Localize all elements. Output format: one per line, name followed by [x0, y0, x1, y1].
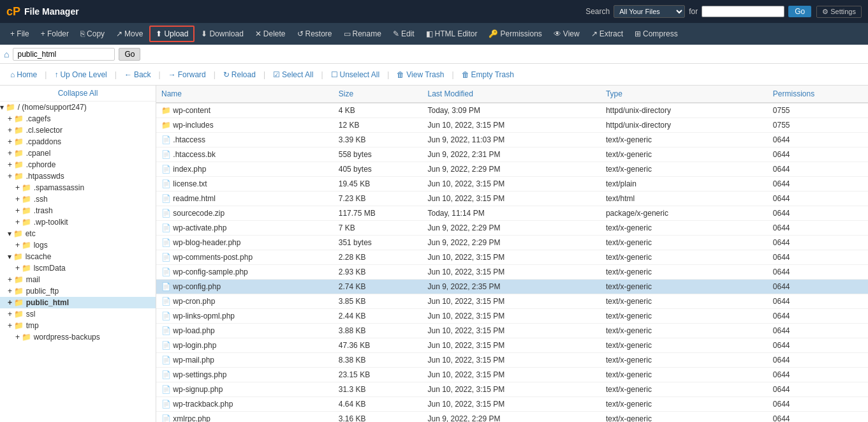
table-row[interactable]: 📄 wp-config.php 2.74 KB Jun 9, 2022, 2:3… [156, 280, 868, 294]
table-row[interactable]: 📄 wp-settings.php 23.15 KB Jun 10, 2022,… [156, 368, 868, 382]
table-row[interactable]: 📄 sourcecode.zip 117.75 MB Today, 11:14 … [156, 206, 868, 221]
download-button[interactable]: ⬇ Download [196, 27, 248, 41]
file-name-cell[interactable]: 📄 index.php [156, 162, 334, 177]
home-path-icon[interactable]: ⌂ [4, 49, 9, 59]
table-row[interactable]: 📄 wp-config-sample.php 2.93 KB Jun 10, 2… [156, 265, 868, 280]
table-row[interactable]: 📁 wp-includes 12 KB Jun 10, 2022, 3:15 P… [156, 118, 868, 133]
file-name-cell[interactable]: 📄 wp-comments-post.php [156, 250, 334, 265]
table-row[interactable]: 📄 index.php 405 bytes Jun 9, 2022, 2:29 … [156, 162, 868, 177]
view-trash-button[interactable]: 🗑 View Trash [392, 68, 449, 82]
table-row[interactable]: 📄 wp-login.php 47.36 KB Jun 10, 2022, 3:… [156, 338, 868, 353]
sidebar-item-trash[interactable]: + 📁 .trash [0, 205, 156, 216]
sidebar-item-cpaddons[interactable]: + 📁 .cpaddons [0, 136, 156, 147]
reload-button[interactable]: ↻ Reload [218, 68, 261, 82]
file-name-cell[interactable]: 📄 wp-cron.php [156, 294, 334, 309]
copy-button[interactable]: ⎘ Copy [75, 27, 110, 41]
file-list[interactable]: Name Size Last Modified Type Permissions… [156, 86, 868, 422]
file-name-cell[interactable]: 📄 wp-links-opml.php [156, 309, 334, 324]
compress-button[interactable]: ⊞ Compress [629, 27, 683, 41]
file-name-cell[interactable]: 📄 sourcecode.zip [156, 206, 334, 221]
path-go-button[interactable]: Go [119, 48, 140, 61]
move-button[interactable]: ↗ Move [111, 27, 148, 41]
back-button[interactable]: ← Back [119, 68, 156, 82]
sidebar-item-ssl[interactable]: + 📁 ssl [0, 308, 156, 320]
col-modified[interactable]: Last Modified [422, 86, 600, 103]
sidebar-item-wp_toolkit[interactable]: + 📁 .wp-toolkit [0, 216, 156, 228]
file-name-cell[interactable]: 📄 .htaccess [156, 133, 334, 147]
select-all-button[interactable]: ☑ Select All [268, 68, 318, 82]
file-name-cell[interactable]: 📄 .htaccess.bk [156, 147, 334, 162]
add-file-button[interactable]: + File [5, 27, 34, 41]
table-row[interactable]: 📄 wp-activate.php 7 KB Jun 9, 2022, 2:29… [156, 221, 868, 236]
search-scope-select[interactable]: All Your Files File Names Only File Cont… [614, 5, 685, 18]
settings-button[interactable]: ⚙ Settings [816, 6, 862, 18]
file-name-cell[interactable]: 📄 wp-mail.php [156, 353, 334, 368]
permissions-button[interactable]: 🔑 Permissions [483, 27, 547, 41]
table-row[interactable]: 📄 wp-trackback.php 4.64 KB Jun 10, 2022,… [156, 397, 868, 412]
file-name-cell[interactable]: 📄 wp-settings.php [156, 368, 334, 382]
html-editor-button[interactable]: ◧ HTML Editor [421, 27, 483, 41]
sidebar-item-htpasswds[interactable]: + 📁 .htpasswds [0, 170, 156, 182]
table-row[interactable]: 📄 .htaccess.bk 558 bytes Jun 9, 2022, 2:… [156, 147, 868, 162]
sidebar-item-cpanel[interactable]: + 📁 .cpanel [0, 147, 156, 159]
delete-button[interactable]: ✕ Delete [250, 27, 291, 41]
upload-button[interactable]: ⬆ Upload [149, 26, 195, 42]
file-name-cell[interactable]: 📄 wp-trackback.php [156, 397, 334, 412]
table-row[interactable]: 📄 wp-links-opml.php 2.44 KB Jun 10, 2022… [156, 309, 868, 324]
sidebar-item-cphorde[interactable]: + 📁 .cphorde [0, 159, 156, 170]
col-name[interactable]: Name [156, 86, 334, 103]
table-row[interactable]: 📄 wp-cron.php 3.85 KB Jun 10, 2022, 3:15… [156, 294, 868, 309]
sidebar-item-wordpress_backups[interactable]: + 📁 wordpress-backups [0, 331, 156, 343]
file-name-cell[interactable]: 📄 wp-signup.php [156, 382, 334, 397]
sidebar-item-mail[interactable]: + 📁 mail [0, 274, 156, 285]
path-input[interactable] [13, 48, 115, 61]
table-row[interactable]: 📄 .htaccess 3.39 KB Jun 9, 2022, 11:03 P… [156, 133, 868, 147]
table-row[interactable]: 📄 wp-signup.php 31.3 KB Jun 10, 2022, 3:… [156, 382, 868, 397]
table-row[interactable]: 📄 xmlrpc.php 3.16 KB Jun 9, 2022, 2:29 P… [156, 412, 868, 423]
sidebar-item-spamassassin[interactable]: + 📁 .spamassassin [0, 182, 156, 193]
extract-button[interactable]: ↗ Extract [586, 27, 628, 41]
sidebar-item-lscmData[interactable]: + 📁 lscmData [0, 262, 156, 274]
sidebar-item-cagefs[interactable]: + 📁 .cagefs [0, 113, 156, 124]
table-row[interactable]: 📄 readme.html 7.23 KB Jun 10, 2022, 3:15… [156, 192, 868, 206]
collapse-all-button[interactable]: Collapse All [0, 86, 156, 102]
sidebar-item-public_ftp[interactable]: + 📁 public_ftp [0, 285, 156, 297]
table-row[interactable]: 📄 wp-blog-header.php 351 bytes Jun 9, 20… [156, 236, 868, 250]
edit-button[interactable]: ✎ Edit [388, 27, 420, 41]
file-name-cell[interactable]: 📁 wp-includes [156, 118, 334, 133]
add-folder-button[interactable]: + Folder [36, 27, 74, 41]
home-button[interactable]: ⌂ Home [5, 68, 42, 82]
file-name-cell[interactable]: 📄 wp-login.php [156, 338, 334, 353]
file-name-cell[interactable]: 📄 license.txt [156, 177, 334, 192]
table-row[interactable]: 📄 license.txt 19.45 KB Jun 10, 2022, 3:1… [156, 177, 868, 192]
table-row[interactable]: 📄 wp-load.php 3.88 KB Jun 10, 2022, 3:15… [156, 324, 868, 338]
sidebar-item-ssh[interactable]: + 📁 .ssh [0, 193, 156, 205]
file-name-cell[interactable]: 📁 wp-content [156, 103, 334, 118]
sidebar-item-root[interactable]: ▾ 📁 / (home/support247) [0, 102, 156, 113]
table-row[interactable]: 📄 wp-comments-post.php 2.28 KB Jun 10, 2… [156, 250, 868, 265]
file-name-cell[interactable]: 📄 wp-activate.php [156, 221, 334, 236]
col-permissions[interactable]: Permissions [768, 86, 868, 103]
file-name-cell[interactable]: 📄 readme.html [156, 192, 334, 206]
view-button[interactable]: 👁 View [548, 27, 585, 41]
table-row[interactable]: 📁 wp-content 4 KB Today, 3:09 PM httpd/u… [156, 103, 868, 118]
file-name-cell[interactable]: 📄 xmlrpc.php [156, 412, 334, 423]
search-input[interactable] [702, 6, 784, 17]
col-type[interactable]: Type [601, 86, 768, 103]
file-name-cell[interactable]: 📄 wp-load.php [156, 324, 334, 338]
sidebar-item-tmp[interactable]: + 📁 tmp [0, 320, 156, 331]
file-name-cell[interactable]: 📄 wp-config-sample.php [156, 265, 334, 280]
restore-button[interactable]: ↺ Restore [292, 27, 337, 41]
file-name-cell[interactable]: 📄 wp-blog-header.php [156, 236, 334, 250]
up-one-level-button[interactable]: ↑ Up One Level [49, 68, 112, 82]
sidebar-item-etc[interactable]: ▾ 📁 etc [0, 228, 156, 239]
file-name-cell[interactable]: 📄 wp-config.php [156, 280, 334, 294]
search-go-button[interactable]: Go [788, 6, 811, 17]
sidebar-item-logs[interactable]: + 📁 logs [0, 239, 156, 251]
unselect-all-button[interactable]: ☐ Unselect All [326, 68, 385, 82]
sidebar-item-cl_selector[interactable]: + 📁 .cl.selector [0, 124, 156, 136]
forward-button[interactable]: → Forward [163, 68, 211, 82]
sidebar-item-public_html[interactable]: + 📁 public_html [0, 297, 156, 308]
col-size[interactable]: Size [334, 86, 423, 103]
rename-button[interactable]: ▭ Rename [339, 27, 386, 41]
